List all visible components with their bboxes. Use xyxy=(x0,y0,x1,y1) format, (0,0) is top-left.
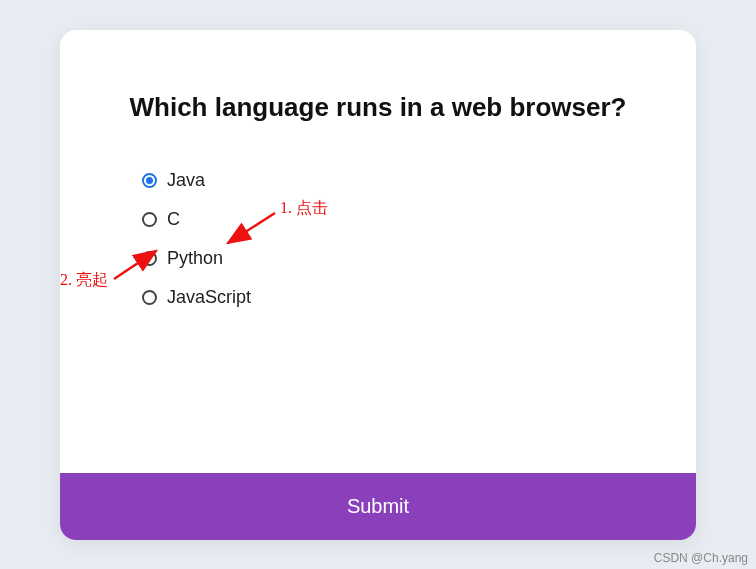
radio-python[interactable] xyxy=(142,251,157,266)
option-python[interactable]: Python xyxy=(142,248,636,269)
option-javascript[interactable]: JavaScript xyxy=(142,287,636,308)
options-group: Java C Python JavaScript xyxy=(120,170,636,308)
question-text: Which language runs in a web browser? xyxy=(120,90,636,125)
radio-java[interactable] xyxy=(142,173,157,188)
option-c[interactable]: C xyxy=(142,209,636,230)
option-label: Python xyxy=(167,248,223,269)
submit-button[interactable]: Submit xyxy=(60,473,696,540)
watermark: CSDN @Ch.yang xyxy=(654,551,748,565)
radio-javascript[interactable] xyxy=(142,290,157,305)
option-java[interactable]: Java xyxy=(142,170,636,191)
option-label: C xyxy=(167,209,180,230)
option-label: Java xyxy=(167,170,205,191)
quiz-card: Which language runs in a web browser? Ja… xyxy=(60,30,696,540)
option-label: JavaScript xyxy=(167,287,251,308)
quiz-content: Which language runs in a web browser? Ja… xyxy=(60,30,696,473)
radio-c[interactable] xyxy=(142,212,157,227)
